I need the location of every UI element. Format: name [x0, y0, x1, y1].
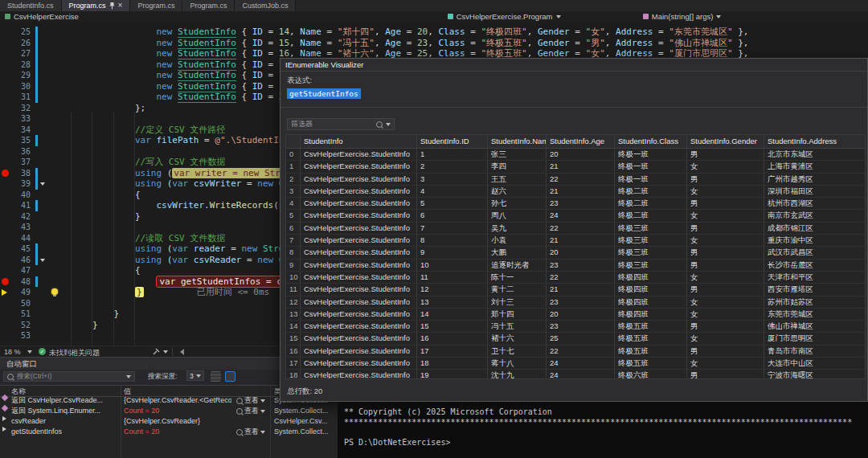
visualizer-column-header[interactable]	[286, 135, 301, 148]
tab-customjob-cs[interactable]: CustomJob.cs	[235, 0, 296, 11]
table-cell: 19	[417, 370, 488, 379]
tab-program-cs[interactable]: Program.cs	[130, 0, 182, 11]
variable-value: Count = 20	[124, 406, 231, 416]
table-cell: 终极四班	[615, 272, 687, 283]
table-cell: 终极三班	[615, 223, 687, 234]
expression-value[interactable]: getStudentInfos	[287, 85, 361, 96]
fold-chevron-icon[interactable]	[40, 182, 45, 186]
table-row[interactable]: 5CsvHelperExercise.StudentInfo6周八24终极二班女…	[286, 210, 865, 222]
table-cell: 冯十五	[488, 321, 547, 332]
table-row[interactable]: 17CsvHelperExercise.StudentInfo18蒋十八24终极…	[286, 358, 865, 370]
toolbar-panel-icon[interactable]	[225, 371, 235, 382]
table-row[interactable]: 2CsvHelperExercise.StudentInfo3王五22终极一班男…	[286, 174, 865, 186]
table-row[interactable]: 13CsvHelperExercise.StudentInfo14郑十四20终极…	[286, 309, 865, 321]
table-row[interactable]: 8CsvHelperExercise.StudentInfo9大鹏20终极三班男…	[286, 247, 865, 259]
search-depth-select[interactable]: 3	[186, 370, 204, 381]
expander-icon[interactable]	[2, 416, 6, 421]
table-cell: 6	[417, 210, 488, 221]
autos-search-input[interactable]: 搜索(Ctrl+I)	[3, 371, 135, 382]
visualizer-column-header[interactable]: StudentInfo.Class	[615, 135, 687, 148]
table-row[interactable]: 6CsvHelperExercise.StudentInfo7吴九22终极三班男…	[286, 223, 865, 235]
change-tracking-bar	[35, 27, 38, 38]
filter-input[interactable]: 筛选器	[287, 118, 395, 130]
search-placeholder: 搜索(Ctrl+I)	[17, 372, 123, 382]
table-cell: 16	[286, 346, 301, 357]
tab-program-cs[interactable]: Program.cs×	[62, 0, 131, 11]
view-button[interactable]: 查看	[236, 395, 265, 406]
code-text: };	[50, 103, 145, 114]
table-cell: 终极一班	[615, 174, 687, 185]
fold-chevron-icon[interactable]	[40, 259, 45, 262]
visualizer-column-header[interactable]: StudentInfo.Age	[547, 135, 615, 148]
table-row[interactable]: 11CsvHelperExercise.StudentInfo12黄十二21终极…	[286, 284, 865, 296]
table-cell: 蒋十八	[488, 358, 547, 369]
view-button[interactable]: 查看	[236, 406, 265, 416]
zoom-level[interactable]: 18 %	[4, 348, 21, 356]
tab-studentinfo-cs[interactable]: StudentInfo.cs	[0, 0, 62, 11]
visualizer-column-header[interactable]: StudentInfo.Address	[764, 135, 866, 148]
table-cell: 终极四班	[615, 296, 687, 308]
table-cell: 女	[687, 272, 764, 283]
line-number: 34	[0, 125, 31, 136]
code-fix-icon[interactable]	[153, 348, 160, 357]
method-icon	[643, 14, 649, 19]
table-cell: 女	[687, 161, 764, 172]
code-text: {	[50, 265, 141, 276]
table-row[interactable]: 1CsvHelperExercise.StudentInfo2李四21终极一班女…	[286, 161, 865, 173]
view-button-label: 查看	[244, 406, 259, 416]
table-cell: 23	[547, 321, 615, 332]
table-row[interactable]: 3CsvHelperExercise.StudentInfo4赵六21终极二班女…	[286, 186, 865, 198]
table-row[interactable]: 14CsvHelperExercise.StudentInfo15冯十五23终极…	[286, 321, 865, 333]
change-tracking-bar	[35, 38, 38, 49]
visualizer-column-header[interactable]: StudentInfo.ID	[417, 135, 488, 148]
table-cell: 长沙市岳麓区	[764, 260, 866, 271]
line-number: 42	[0, 211, 31, 223]
table-cell: 吴九	[488, 223, 547, 234]
pin-icon[interactable]	[109, 2, 115, 10]
table-row[interactable]: 12CsvHelperExercise.StudentInfo13刘十三23终极…	[286, 296, 865, 309]
table-row[interactable]: 16CsvHelperExercise.StudentInfo17卫十七22终极…	[286, 346, 865, 358]
member-name: Main(string[] args)	[652, 12, 714, 21]
table-cell: 4	[286, 198, 301, 209]
table-cell: 14	[417, 309, 488, 320]
tab-program-cs[interactable]: Program.cs	[182, 0, 235, 11]
table-row[interactable]: 9CsvHelperExercise.StudentInfo10追逐时光者23终…	[286, 260, 865, 272]
dialog-title[interactable]: IEnumerable Visualizer	[280, 59, 867, 72]
visualizer-table: StudentInfoStudentInfo.IDStudentInfo.Nam…	[285, 134, 866, 379]
table-cell: CsvHelperExercise.StudentInfo	[301, 198, 417, 209]
project-name: CsvHelperExercise	[14, 12, 79, 21]
table-cell: 5	[417, 198, 488, 209]
close-icon[interactable]: ×	[118, 2, 123, 10]
view-button[interactable]: 查看	[236, 427, 265, 437]
table-cell: 25	[547, 333, 615, 344]
toolbar-grid-icon[interactable]	[211, 371, 221, 382]
terminal-line: PS D:\DotNetExercises>	[344, 438, 868, 448]
table-row[interactable]: 7CsvHelperExercise.StudentInfo8小袁21终极三班女…	[286, 235, 865, 247]
line-number: 31	[0, 92, 31, 103]
visualizer-column-header[interactable]: StudentInfo.Gender	[687, 135, 764, 148]
line-number: 50	[0, 298, 31, 309]
view-button-label: 查看	[244, 427, 259, 437]
member-dropdown[interactable]: Main(string[] args)	[638, 11, 868, 22]
table-row[interactable]: 0CsvHelperExercise.StudentInfo1张三20终极一班男…	[286, 149, 865, 161]
project-dropdown[interactable]: CsvHelperExercise	[0, 11, 443, 22]
scrollbar-left-arrow[interactable]	[180, 349, 184, 355]
table-cell: 刘十三	[488, 296, 547, 308]
expander-icon[interactable]	[2, 427, 6, 431]
table-row[interactable]: 15CsvHelperExercise.StudentInfo16褚十六25终极…	[286, 333, 865, 345]
line-number: 44	[0, 233, 31, 244]
class-icon	[448, 14, 453, 19]
terminal-output[interactable]: ** Copyright (c) 2025 Microsoft Corporat…	[338, 402, 868, 458]
code-text: new StudentInfo { ID = 15, Name = "冯十五",…	[50, 38, 748, 49]
visualizer-column-header[interactable]: StudentInfo.Name	[488, 135, 547, 148]
table-cell: 22	[547, 272, 615, 283]
visualizer-column-header[interactable]: StudentInfo	[301, 135, 417, 148]
table-cell: 22	[547, 223, 615, 234]
change-tracking-bar	[35, 92, 38, 103]
table-row[interactable]: 4CsvHelperExercise.StudentInfo5孙七23终极二班男…	[286, 198, 865, 210]
table-row[interactable]: 18CsvHelperExercise.StudentInfo19沈十九24终极…	[286, 370, 865, 379]
table-cell: 杭州市西湖区	[764, 198, 866, 209]
table-cell: 12	[286, 296, 301, 308]
type-dropdown[interactable]: CsvHelperExercise.Program	[443, 11, 638, 22]
table-row[interactable]: 10CsvHelperExercise.StudentInfo11陈十一22终极…	[286, 272, 865, 284]
